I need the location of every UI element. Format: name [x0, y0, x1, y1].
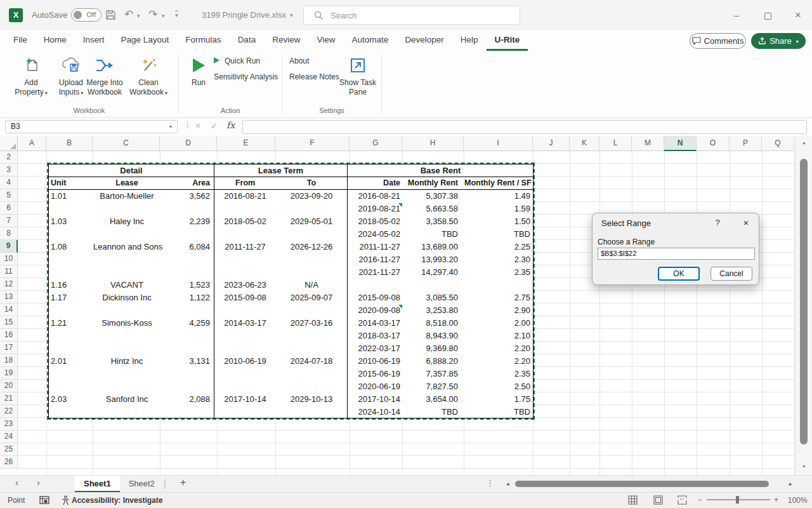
- save-icon[interactable]: [105, 10, 116, 23]
- run-button[interactable]: Run: [187, 55, 211, 88]
- table-cell[interactable]: 6,888.20: [403, 355, 464, 368]
- table-cell[interactable]: [214, 406, 276, 418]
- table-cell[interactable]: 1.01: [49, 190, 93, 203]
- scroll-down-icon[interactable]: ▾: [796, 464, 812, 469]
- table-cell[interactable]: [214, 228, 276, 241]
- name-box[interactable]: B3▾: [5, 120, 178, 133]
- table-cell[interactable]: Hintz Inc: [93, 355, 160, 368]
- scrollbar-options-icon[interactable]: ⋮: [486, 478, 494, 488]
- clean-workbook-button[interactable]: Clean Workbook▾: [127, 55, 170, 98]
- sheet-tab-sheet1[interactable]: Sheet1: [75, 476, 120, 493]
- table-cell[interactable]: 1.50: [464, 215, 534, 228]
- maximize-button[interactable]: [754, 0, 782, 30]
- column-header-K[interactable]: K: [570, 136, 599, 151]
- redo-icon[interactable]: ↷: [148, 8, 157, 21]
- table-cell[interactable]: 2016-11-27: [348, 253, 403, 266]
- table-cell[interactable]: [403, 279, 464, 291]
- column-header-B[interactable]: B: [46, 136, 93, 151]
- table-cell[interactable]: 1.75: [464, 393, 534, 406]
- row-header-21[interactable]: 21: [0, 392, 18, 405]
- row-header-18[interactable]: 18: [0, 354, 18, 367]
- sheet-nav-prev-icon[interactable]: ‹: [15, 477, 18, 488]
- table-cell[interactable]: 2.50: [464, 380, 534, 393]
- table-cell[interactable]: 2029-10-13: [276, 393, 348, 406]
- row-header-7[interactable]: 7: [0, 215, 18, 227]
- row-header-9[interactable]: 9: [0, 240, 18, 253]
- table-cell[interactable]: [214, 330, 276, 342]
- about-button[interactable]: About: [289, 57, 309, 65]
- table-cell[interactable]: [93, 380, 160, 393]
- table-cell[interactable]: Dickinson Inc: [93, 291, 160, 304]
- row-header-24[interactable]: 24: [0, 431, 18, 443]
- table-cell[interactable]: 2.01: [49, 355, 93, 368]
- table-cell[interactable]: [160, 228, 214, 241]
- table-cell[interactable]: 3,131: [160, 355, 214, 368]
- table-cell[interactable]: [93, 330, 160, 342]
- table-cell[interactable]: 1,122: [160, 291, 214, 304]
- zoom-slider-thumb[interactable]: [736, 496, 739, 504]
- scroll-up-icon[interactable]: ▴: [796, 140, 812, 145]
- table-cell[interactable]: 5,307.38: [403, 190, 464, 203]
- table-cell[interactable]: [348, 279, 403, 291]
- table-cell[interactable]: [49, 253, 93, 266]
- tab-view[interactable]: View: [308, 30, 343, 51]
- table-cell[interactable]: 2.20: [464, 355, 534, 368]
- table-cell[interactable]: [93, 228, 160, 241]
- table-cell[interactable]: VACANT: [93, 279, 160, 291]
- cancel-button[interactable]: Cancel: [710, 267, 752, 281]
- column-header-J[interactable]: J: [533, 136, 570, 151]
- table-cell[interactable]: 1.17: [49, 291, 93, 304]
- tab-developer[interactable]: Developer: [396, 30, 452, 51]
- table-cell[interactable]: [93, 203, 160, 215]
- table-cell[interactable]: 1.21: [49, 317, 93, 330]
- table-cell[interactable]: [214, 304, 276, 317]
- table-cell[interactable]: 1,523: [160, 279, 214, 291]
- accessibility-status[interactable]: Accessibility: Investigate: [72, 496, 162, 505]
- table-cell[interactable]: 3,562: [160, 190, 214, 203]
- close-button[interactable]: ×: [784, 0, 812, 30]
- table-cell[interactable]: 2024-05-02: [348, 228, 403, 241]
- column-header-I[interactable]: I: [464, 136, 533, 151]
- insert-function-icon[interactable]: fx: [226, 120, 235, 130]
- table-cell[interactable]: 2023-06-23: [214, 279, 276, 291]
- table-cell[interactable]: 2021-11-27: [348, 266, 403, 279]
- table-cell[interactable]: 2020-06-19: [348, 380, 403, 393]
- dialog-close-button[interactable]: ×: [740, 217, 752, 228]
- table-cell[interactable]: [93, 368, 160, 380]
- table-cell[interactable]: [49, 406, 93, 418]
- table-cell[interactable]: 7,357.85: [403, 368, 464, 380]
- table-cell[interactable]: [49, 304, 93, 317]
- zoom-in-button[interactable]: +: [774, 495, 778, 504]
- table-cell[interactable]: [93, 304, 160, 317]
- macro-record-icon[interactable]: [39, 495, 49, 507]
- select-all-corner[interactable]: [0, 136, 18, 151]
- table-cell[interactable]: Barton-Mueller: [93, 190, 160, 203]
- scroll-right-icon[interactable]: ▸: [789, 481, 792, 487]
- table-cell[interactable]: 3,085.50: [403, 291, 464, 304]
- row-header-22[interactable]: 22: [0, 405, 18, 418]
- tab-data[interactable]: Data: [230, 30, 265, 51]
- column-header-P[interactable]: P: [730, 136, 762, 151]
- row-header-12[interactable]: 12: [0, 278, 18, 291]
- table-cell[interactable]: [276, 228, 348, 241]
- table-cell[interactable]: 2,088: [160, 393, 214, 406]
- qat-overflow-icon[interactable]: ▾: [175, 11, 178, 18]
- column-header-F[interactable]: F: [275, 136, 350, 151]
- quick-run-button[interactable]: Quick Run: [214, 57, 260, 65]
- table-cell[interactable]: 2.90: [464, 304, 534, 317]
- table-cell[interactable]: 2011-11-27: [348, 241, 403, 253]
- cancel-entry-icon[interactable]: ×: [195, 121, 200, 131]
- table-cell[interactable]: 1.16: [49, 279, 93, 291]
- row-header-4[interactable]: 4: [0, 177, 18, 189]
- table-cell[interactable]: 2.35: [464, 266, 534, 279]
- table-cell[interactable]: [160, 342, 214, 355]
- table-cell[interactable]: [160, 304, 214, 317]
- table-cell[interactable]: 2016-08-21: [214, 190, 276, 203]
- table-cell[interactable]: [160, 368, 214, 380]
- table-cell[interactable]: 2018-03-17: [348, 330, 403, 342]
- column-header-O[interactable]: O: [697, 136, 730, 151]
- row-header-8[interactable]: 8: [0, 227, 18, 240]
- table-cell[interactable]: Haley Inc: [93, 215, 160, 228]
- tab-file[interactable]: File: [5, 30, 36, 51]
- share-button[interactable]: Share▾: [751, 33, 806, 49]
